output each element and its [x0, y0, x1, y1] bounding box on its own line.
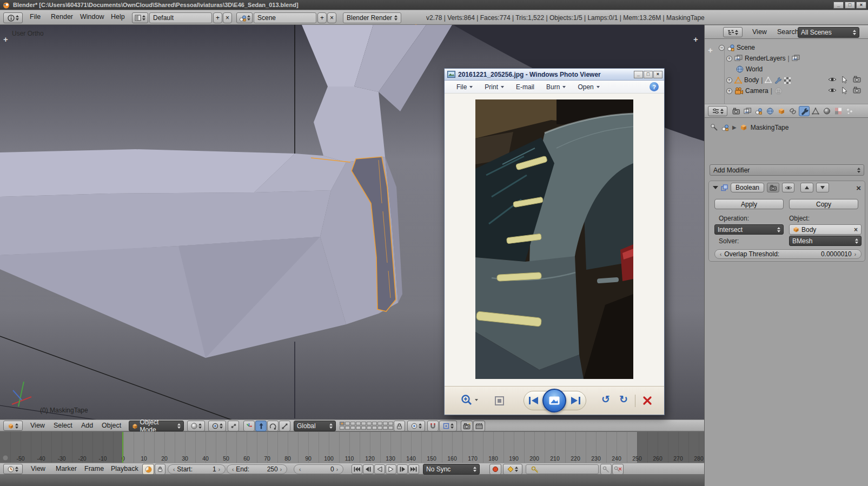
editor-type-button-outliner[interactable] — [723, 27, 743, 37]
scene-icon[interactable] — [721, 124, 729, 131]
modifier-render-toggle[interactable] — [767, 183, 779, 192]
outliner-row-camera[interactable]: + Camera | — [726, 85, 783, 96]
layer-cell[interactable] — [361, 422, 366, 425]
play-button[interactable] — [386, 464, 396, 474]
render-opengl-animation-button[interactable] — [473, 421, 485, 431]
insert-keyframe-button[interactable] — [600, 464, 612, 475]
rotate-counterclockwise-icon[interactable]: ↺ — [601, 393, 610, 405]
editor-type-button-properties[interactable] — [708, 106, 727, 116]
play-reverse-button[interactable] — [374, 464, 385, 474]
layer-cell[interactable] — [367, 422, 372, 425]
layer-cell[interactable] — [372, 422, 377, 425]
tab-render-layers[interactable] — [742, 106, 753, 116]
keyset-lock-button[interactable] — [155, 464, 165, 475]
layer-cell[interactable] — [350, 426, 355, 430]
eye-icon[interactable] — [828, 86, 837, 94]
outliner-menu-search[interactable]: Search — [777, 28, 799, 36]
jump-to-start-button[interactable] — [352, 464, 362, 474]
editor-type-button-info[interactable] — [3, 12, 23, 23]
jump-next-keyframe-button[interactable] — [397, 464, 408, 474]
start-frame-field[interactable]: ‹ Start: 1 › — [168, 464, 226, 474]
photo-viewer-titlebar[interactable]: 20161221_205256.jpg - Windows Photo View… — [445, 69, 664, 81]
previous-image-icon[interactable] — [528, 396, 539, 405]
pivot-point-select[interactable] — [208, 421, 226, 431]
layer-cell[interactable] — [345, 426, 350, 430]
outliner-row-world[interactable]: World — [736, 64, 763, 75]
modifier-delete-icon[interactable]: × — [856, 183, 861, 192]
pv-minimize-button[interactable]: _ — [634, 71, 643, 78]
modifier-move-down-button[interactable] — [816, 183, 829, 192]
pin-icon[interactable] — [710, 123, 718, 131]
camera-restrict-icon[interactable] — [853, 86, 862, 94]
fit-to-window-icon[interactable] — [494, 396, 505, 406]
panel-collapse-icon[interactable] — [713, 186, 718, 189]
play-slideshow-button[interactable] — [542, 389, 566, 412]
viewport-shading-select[interactable] — [187, 421, 205, 431]
snap-element-select[interactable] — [439, 421, 457, 431]
editor-type-button-timeline[interactable] — [3, 464, 23, 474]
timeline-ruler[interactable]: -50-40-30-20-100102030405060708090100110… — [0, 431, 704, 463]
end-frame-field[interactable]: ‹ End: 250 › — [227, 464, 287, 474]
pv-menu-file[interactable]: File — [456, 83, 473, 91]
camera-restrict-icon[interactable] — [853, 76, 862, 83]
outliner-row-body[interactable]: + Body | — [726, 75, 791, 85]
layer-cell[interactable] — [340, 426, 344, 430]
tab-object[interactable] — [776, 106, 787, 116]
delete-keyframe-button[interactable] — [612, 464, 624, 475]
photo-viewer-window[interactable]: 20161221_205256.jpg - Windows Photo View… — [444, 68, 665, 415]
close-button[interactable]: × — [856, 2, 866, 9]
tab-object-data[interactable] — [810, 106, 821, 116]
layer-cell[interactable] — [383, 426, 388, 430]
layer-cell[interactable] — [361, 426, 366, 430]
menu-view[interactable]: View — [30, 422, 45, 429]
tab-world[interactable] — [765, 106, 776, 116]
layer-cell[interactable] — [377, 422, 382, 425]
modifier-viewport-toggle[interactable] — [782, 183, 794, 192]
render-opengl-button[interactable] — [461, 421, 473, 431]
menu-select[interactable]: Select — [54, 422, 72, 429]
outliner-filter-select[interactable]: All Scenes — [798, 27, 859, 38]
menu-window[interactable]: Window — [80, 13, 104, 21]
scene-field[interactable]: Scene — [254, 12, 316, 23]
minimize-button[interactable]: _ — [833, 2, 844, 9]
clear-object-icon[interactable]: × — [854, 226, 858, 234]
auto-keyframe-toggle[interactable] — [142, 464, 154, 475]
manipulate-center-points-toggle[interactable] — [228, 421, 239, 431]
add-modifier-select[interactable]: Add Modifier — [710, 164, 864, 176]
tab-texture[interactable] — [833, 106, 844, 116]
maximize-button[interactable]: □ — [845, 2, 855, 9]
pv-menu-email[interactable]: E-mail — [516, 83, 534, 91]
editor-type-button-3dview[interactable] — [3, 421, 23, 431]
menu-object[interactable]: Object — [102, 422, 121, 429]
pv-maximize-button[interactable]: □ — [644, 71, 653, 78]
mode-select[interactable]: Object Mode — [129, 421, 184, 431]
layer-cell[interactable] — [367, 426, 372, 430]
delete-image-icon[interactable] — [642, 396, 652, 405]
outliner-row-scene[interactable]: − Scene — [719, 42, 755, 53]
menu-help[interactable]: Help — [111, 13, 125, 21]
expand-toggle-icon[interactable]: + — [726, 77, 732, 83]
menu-marker[interactable]: Marker — [56, 465, 77, 472]
expand-toggle-icon[interactable]: + — [726, 56, 732, 62]
tab-constraints[interactable] — [787, 106, 798, 116]
rotate-clockwise-icon[interactable]: ↻ — [619, 393, 628, 405]
layer-cell[interactable] — [350, 422, 355, 425]
scale-manipulator-toggle[interactable] — [279, 421, 290, 431]
delete-layout-button[interactable]: × — [223, 12, 232, 23]
sync-mode-select[interactable]: No Sync — [423, 464, 480, 475]
cursor-icon[interactable] — [842, 76, 848, 83]
add-layout-button[interactable]: + — [213, 12, 222, 23]
layer-cell[interactable] — [383, 422, 388, 425]
layer-cell[interactable] — [356, 426, 361, 430]
layer-cell[interactable] — [372, 426, 377, 430]
menu-file[interactable]: File — [30, 13, 41, 21]
pv-menu-burn[interactable]: Burn — [546, 83, 566, 91]
operation-select[interactable]: Intersect — [714, 224, 784, 235]
delete-scene-button[interactable]: × — [327, 12, 336, 23]
proportional-edit-select[interactable] — [407, 421, 425, 431]
tab-modifiers[interactable] — [799, 106, 810, 116]
modifier-move-up-button[interactable] — [800, 183, 813, 192]
menu-frame[interactable]: Frame — [84, 465, 104, 472]
tab-material[interactable] — [821, 106, 832, 116]
cursor-icon[interactable] — [842, 86, 848, 94]
